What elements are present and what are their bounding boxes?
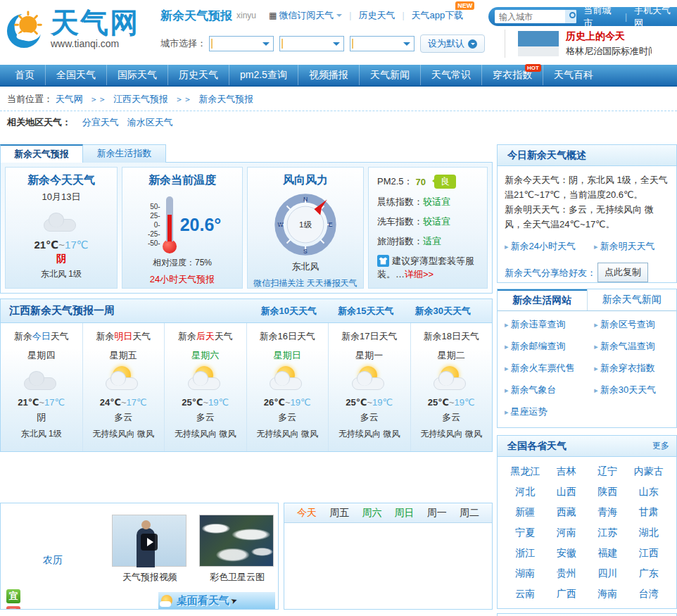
- life-service-link[interactable]: ▸新余违章查询: [505, 318, 594, 331]
- search-button[interactable]: [565, 10, 576, 23]
- life-service-link[interactable]: ▸新余邮编查询: [505, 340, 594, 353]
- tab-weather-forecast[interactable]: 新余天气预报: [0, 144, 83, 163]
- province-link[interactable]: 内蒙古: [628, 461, 670, 482]
- tab-weather-news[interactable]: 新余天气新闻: [587, 289, 677, 310]
- province-select[interactable]: [209, 36, 274, 51]
- extended-forecast-link[interactable]: 新余15天天气: [338, 306, 393, 316]
- weather-video-thumbnail[interactable]: 天气预报视频: [112, 515, 188, 584]
- forecast-day-column[interactable]: 新余18日天气 星期二 25℃~19℃ 多云 无持续风向 微风: [411, 323, 493, 451]
- life-service-link[interactable]: ▸新余火车票代售: [505, 362, 594, 375]
- province-link[interactable]: 辽宁: [587, 461, 628, 482]
- day-tab[interactable]: 周六: [362, 507, 381, 520]
- nav-item[interactable]: 天气新闻: [360, 65, 421, 85]
- life-service-link[interactable]: ▸星座运势: [505, 406, 594, 418]
- satellite-caption: 彩色卫星云图: [199, 571, 275, 584]
- hourly-forecast-link[interactable]: 24小时天气预报: [150, 273, 215, 286]
- related-region-link[interactable]: 分宜天气: [82, 117, 119, 127]
- province-link[interactable]: 青海: [587, 502, 628, 522]
- nav-item[interactable]: 首页: [4, 65, 46, 85]
- day-tab[interactable]: 周二: [460, 507, 479, 520]
- app-download-link[interactable]: 天气app下载 NEW: [412, 9, 464, 22]
- district-select[interactable]: [350, 36, 415, 51]
- province-link[interactable]: 江西: [628, 543, 670, 563]
- province-link[interactable]: 甘肃: [628, 502, 670, 522]
- province-link[interactable]: 浙江: [505, 543, 546, 563]
- province-link[interactable]: 云南: [505, 584, 546, 604]
- lunar-calendar-link[interactable]: 农历: [43, 554, 63, 567]
- life-service-link[interactable]: ▸新余30天天气: [594, 384, 673, 396]
- more-link[interactable]: 更多: [652, 440, 669, 452]
- province-link[interactable]: 四川: [587, 563, 628, 584]
- copy-button[interactable]: 点此复制: [597, 263, 648, 282]
- day-tab[interactable]: 周一: [427, 507, 447, 520]
- play-icon[interactable]: [141, 534, 158, 551]
- province-link[interactable]: 新疆: [505, 502, 546, 522]
- weather-code-box[interactable]: 新余 天气代码调用: [497, 613, 677, 616]
- overview-quick-link[interactable]: ▸新余明天天气: [594, 239, 655, 254]
- province-link[interactable]: 宁夏: [505, 522, 546, 543]
- forecast-day-column[interactable]: 新余16日天气 星期日 26℃~19℃ 多云 无持续风向 微风: [247, 323, 329, 451]
- breadcrumb-province-link[interactable]: 江西天气预报: [113, 94, 168, 104]
- life-service-link[interactable]: ▸新余气象台: [505, 384, 594, 396]
- satellite-thumbnail[interactable]: 彩色卫星云图: [199, 515, 275, 584]
- breadcrumb-city-link[interactable]: 新余天气预报: [198, 94, 253, 104]
- province-link[interactable]: 山东: [628, 482, 670, 502]
- province-link[interactable]: 吉林: [546, 461, 588, 482]
- forecast-day-column[interactable]: 新余后天天气 星期六 25℃~19℃ 多云 无持续风向 微风: [165, 323, 247, 451]
- extended-forecast-link[interactable]: 新余10天天气: [261, 306, 317, 316]
- province-link[interactable]: 广东: [628, 563, 670, 584]
- province-link[interactable]: 山西: [546, 482, 588, 502]
- day-tab[interactable]: 周五: [329, 507, 349, 520]
- province-link[interactable]: 福建: [587, 543, 628, 563]
- nav-item[interactable]: 历史天气: [168, 65, 229, 85]
- tab-life-websites[interactable]: 新余生活网站: [498, 289, 587, 310]
- nav-item[interactable]: 天气百科: [543, 65, 604, 85]
- site-logo[interactable]: 天气网 www.tianqi.com: [6, 8, 139, 49]
- province-link[interactable]: 黑龙江: [505, 461, 546, 482]
- weixin-subscribe-link[interactable]: ▦ 微信订阅天气: [269, 9, 342, 22]
- life-service-link[interactable]: ▸新余穿衣指数: [594, 362, 673, 375]
- overview-quick-link[interactable]: ▸新余24小时天气: [505, 239, 576, 254]
- province-link[interactable]: 海南: [587, 584, 628, 604]
- province-link[interactable]: 贵州: [546, 563, 588, 584]
- nav-item[interactable]: pm2.5查询: [229, 65, 298, 85]
- nav-item[interactable]: 穿衣指数HOT: [482, 65, 543, 85]
- province-link[interactable]: 江苏: [587, 522, 628, 543]
- breadcrumb-home-link[interactable]: 天气网: [56, 94, 83, 104]
- province-link[interactable]: 广西: [546, 584, 588, 604]
- province-link[interactable]: 河北: [505, 482, 546, 502]
- related-label: 相关地区天气：: [7, 117, 71, 127]
- current-city-link[interactable]: 当前城市: [583, 4, 618, 30]
- mobile-site-link[interactable]: 手机天气网: [634, 4, 677, 30]
- province-link[interactable]: 湖南: [505, 563, 546, 584]
- province-link[interactable]: 湖北: [628, 522, 670, 543]
- weixin-follow-link[interactable]: 微信扫描关注 天天播报天气: [253, 277, 357, 289]
- forecast-day-column[interactable]: 新余明日天气 星期五 24℃~17℃ 多云 无持续风向 微风: [83, 323, 165, 451]
- nav-item[interactable]: 全国天气: [46, 65, 107, 85]
- life-service-link[interactable]: ▸新余区号查询: [594, 318, 673, 331]
- day-tab[interactable]: 周日: [395, 507, 415, 520]
- province-link[interactable]: 河南: [546, 522, 588, 543]
- tab-life-index[interactable]: 新余生活指数: [83, 144, 166, 163]
- related-region-link[interactable]: 渝水区天气: [127, 117, 173, 127]
- history-today-link[interactable]: 历史上的今天: [566, 30, 625, 42]
- nav-item[interactable]: 视频播报: [298, 65, 360, 85]
- province-link[interactable]: 安徽: [546, 543, 588, 563]
- set-default-button[interactable]: 设为默认: [420, 34, 485, 53]
- province-link[interactable]: 陕西: [587, 482, 628, 502]
- city-select[interactable]: [279, 36, 344, 51]
- city-search-input[interactable]: [495, 11, 565, 23]
- day-tab[interactable]: 今天: [297, 507, 317, 520]
- province-link[interactable]: 西藏: [546, 502, 588, 522]
- dress-detail-link[interactable]: 详细>>: [405, 269, 434, 279]
- history-today-thumbnail[interactable]: [518, 31, 559, 56]
- extended-forecast-link[interactable]: 新余30天天气: [415, 306, 471, 316]
- history-weather-link[interactable]: 历史天气: [358, 9, 395, 22]
- forecast-day-column[interactable]: 新余17日天气 星期一 25℃~19℃ 多云 无持续风向 微风: [329, 323, 411, 451]
- life-service-link[interactable]: ▸新余气温查询: [594, 340, 673, 353]
- province-link[interactable]: 台湾: [628, 584, 670, 604]
- forecast-day-column[interactable]: 新余今日天气 星期四 21℃~17℃ 阴 东北风 1级: [1, 323, 83, 451]
- desktop-weather-banner[interactable]: 桌面看天气 ➤: [158, 592, 275, 609]
- nav-item[interactable]: 天气常识: [421, 65, 482, 85]
- nav-item[interactable]: 国际天气: [107, 65, 168, 85]
